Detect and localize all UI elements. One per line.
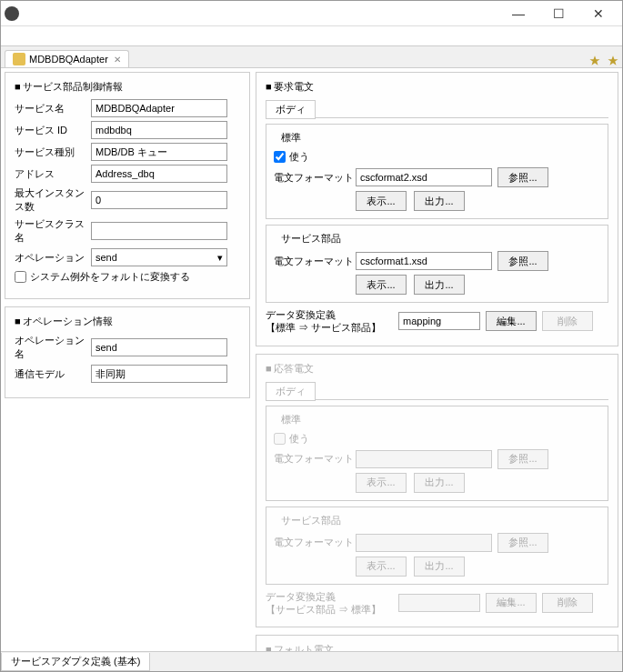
service-id-input[interactable] [91, 121, 227, 139]
toolbar [1, 26, 622, 46]
service-class-input[interactable] [91, 222, 227, 240]
res-conv-delete-button: 削除 [542, 593, 593, 613]
req-svc-show-button[interactable]: 表示... [356, 275, 407, 295]
response-body-tab: ボディ [266, 382, 316, 401]
response-panel: 応答電文 ボディ 標準 使う 電文フォーマット参照... 表示...出力... … [256, 354, 618, 628]
response-standard-group: 標準 使う 電文フォーマット参照... 表示...出力... [266, 406, 608, 501]
request-title: 要求電文 [266, 80, 608, 94]
service-control-panel: サービス部品制御情報 サービス名 サービス ID サービス種別 アドレス 最大イ… [5, 72, 250, 299]
response-standard-title: 標準 [277, 413, 305, 426]
request-standard-title: 標準 [277, 131, 305, 145]
res-std-format-input [356, 450, 492, 468]
request-use-checkbox[interactable] [274, 151, 286, 163]
res-conv-input [398, 594, 480, 612]
response-title: 応答電文 [266, 362, 608, 376]
close-button[interactable]: ✕ [578, 3, 618, 25]
editor-tab-label: MDBDBQAdapter [29, 54, 108, 65]
minimize-button[interactable]: — [498, 3, 538, 25]
service-type-label: サービス種別 [15, 145, 91, 159]
fault-title: フォルト電文 [266, 643, 608, 651]
request-body-tab[interactable]: ボディ [266, 100, 316, 119]
op-name-label: オペレーション名 [15, 334, 91, 361]
res-std-show-button: 表示... [356, 473, 407, 493]
response-service-title: サービス部品 [277, 514, 345, 527]
res-svc-format-label: 電文フォーマット [274, 536, 356, 549]
request-use-label: 使う [289, 150, 309, 164]
service-name-label: サービス名 [15, 102, 91, 115]
res-conv-label: データ変換定義【サービス部品 ⇒ 標準】 [266, 590, 393, 617]
request-service-title: サービス部品 [277, 232, 345, 246]
req-svc-ref-button[interactable]: 参照... [497, 251, 548, 271]
service-type-input[interactable] [91, 143, 227, 161]
res-svc-ref-button: 参照... [497, 533, 548, 553]
req-conv-label: データ変換定義【標準 ⇒ サービス部品】 [266, 308, 393, 335]
req-conv-delete-button[interactable]: 削除 [542, 311, 593, 331]
chevron-down-icon: ▾ [217, 252, 223, 264]
request-standard-group: 標準 使う 電文フォーマット参照... 表示...出力... [266, 124, 608, 219]
req-conv-input[interactable] [398, 312, 480, 330]
req-svc-format-input[interactable] [356, 252, 492, 270]
res-svc-out-button: 出力... [414, 557, 465, 577]
maximize-button[interactable]: ☐ [538, 3, 578, 25]
address-label: アドレス [15, 167, 91, 181]
request-service-group: サービス部品 電文フォーマット参照... 表示...出力... [266, 225, 608, 303]
req-svc-out-button[interactable]: 出力... [414, 275, 465, 295]
res-svc-show-button: 表示... [356, 557, 407, 577]
editor-tab-close-icon[interactable]: ✕ [114, 55, 121, 65]
editor-tabbar: MDBDBQAdapter ✕ [1, 46, 622, 68]
convert-fault-label: システム例外をフォルトに変換する [30, 270, 190, 284]
titlebar: — ☐ ✕ [1, 1, 622, 26]
operation-select-value: send [95, 252, 117, 263]
res-std-out-button: 出力... [414, 473, 465, 493]
editor-tab[interactable]: MDBDBQAdapter ✕ [5, 50, 129, 67]
req-std-format-input[interactable] [356, 168, 492, 186]
app-icon [5, 6, 19, 21]
fault-panel: フォルト電文 フォルト名 ▾ 電文フォーマット参照... 表示...出力... [256, 635, 618, 651]
bottom-tabbar: サービスアダプタ定義 (基本) [1, 651, 622, 671]
bottom-tab-basic[interactable]: サービスアダプタ定義 (基本) [1, 653, 150, 671]
comm-model-label: 通信モデル [15, 367, 91, 381]
operation-info-title: オペレーション情報 [15, 315, 240, 328]
req-std-format-label: 電文フォーマット [274, 171, 356, 185]
req-conv-edit-button[interactable]: 編集... [486, 311, 537, 331]
response-service-group: サービス部品 電文フォーマット参照... 表示...出力... [266, 507, 608, 585]
request-panel: 要求電文 ボディ 標準 使う 電文フォーマット参照... 表示...出力... … [256, 72, 618, 346]
max-instance-input[interactable] [91, 191, 227, 209]
service-control-title: サービス部品制御情報 [15, 80, 240, 94]
star2-icon[interactable] [607, 55, 619, 67]
response-use-label: 使う [289, 432, 309, 446]
res-conv-edit-button: 編集... [486, 593, 537, 613]
service-name-input[interactable] [91, 99, 227, 117]
max-instance-label: 最大インスタンス数 [15, 186, 91, 214]
comm-model-input[interactable] [91, 365, 227, 383]
res-std-ref-button: 参照... [497, 449, 548, 469]
response-use-checkbox [274, 433, 286, 445]
req-std-show-button[interactable]: 表示... [356, 191, 407, 211]
req-svc-format-label: 電文フォーマット [274, 255, 356, 268]
service-id-label: サービス ID [15, 124, 91, 137]
star1-icon[interactable] [588, 55, 601, 67]
service-class-label: サービスクラス名 [15, 217, 91, 245]
req-std-ref-button[interactable]: 参照... [497, 167, 548, 187]
res-svc-format-input [356, 534, 492, 552]
adapter-icon [13, 53, 25, 65]
req-std-out-button[interactable]: 出力... [414, 191, 465, 211]
op-name-input[interactable] [91, 338, 227, 356]
operation-info-panel: オペレーション情報 オペレーション名 通信モデル [5, 306, 250, 398]
res-std-format-label: 電文フォーマット [274, 452, 356, 466]
operation-select[interactable]: send▾ [91, 248, 227, 266]
address-input[interactable] [91, 165, 227, 183]
convert-fault-checkbox[interactable] [15, 271, 26, 283]
operation-label: オペレーション [15, 251, 91, 265]
